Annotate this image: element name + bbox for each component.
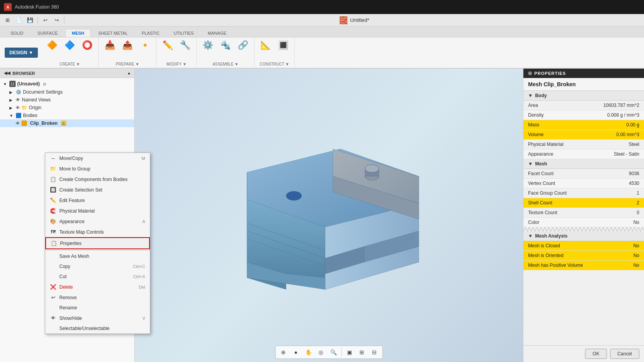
mesh-oriented-label: Mesh is Oriented [528, 253, 633, 258]
undo-btn[interactable]: ↩ [40, 16, 50, 25]
mesh-oriented-value: No [633, 253, 639, 258]
ctx-copy[interactable]: Copy Ctrl+C [45, 261, 150, 272]
mass-value: 0.00 g [626, 122, 639, 128]
redo-btn[interactable]: ↪ [52, 16, 62, 25]
volume-value: 0.00 mm^3 [616, 132, 639, 137]
ctx-rename[interactable]: Rename [45, 303, 150, 313]
ctx-sep-1 [45, 250, 150, 250]
facet-count-label: Facet Count [528, 171, 629, 176]
tab-solid[interactable]: SOLID [4, 29, 30, 37]
browser-header: ◀◀ BROWSER ● [0, 69, 134, 78]
ribbon-btn-prepare-2[interactable]: 📤 [119, 39, 135, 51]
ctx-move-copy[interactable]: ↔ Move/Copy M [45, 153, 150, 163]
tree-item-clipbroken[interactable]: 👁 Clip_Broken ⚠ [0, 119, 134, 127]
ctx-label-physical-material: Physical Material [59, 208, 95, 214]
ribbon-btn-assemble-2[interactable]: 🔩 [217, 39, 233, 51]
ctx-label-texture-map: Texture Map Controls [59, 229, 104, 235]
ok-button[interactable]: OK [585, 349, 607, 359]
canvas-pan-btn[interactable]: ✋ [303, 347, 314, 357]
physical-material-icon: 🧲 [50, 208, 56, 214]
unsaved-icon: U [9, 81, 16, 87]
tab-manage[interactable]: MANAGE [201, 29, 233, 37]
prepare-label: PREPARE ▼ [116, 62, 139, 66]
ctx-label-copy: Copy [59, 264, 70, 269]
ribbon-btn-prepare-3[interactable]: 🔸 [137, 39, 153, 51]
ribbon-btn-modify-1[interactable]: ✏️ [160, 39, 176, 51]
grid-btn[interactable]: ⊞ [2, 16, 12, 25]
properties-panel: PROPERTIES Mesh Clip_Broken ▼ Body Area … [523, 69, 644, 362]
title-bar: A Autodesk Fusion 360 [0, 0, 644, 14]
tree-label-origin: Origin [29, 105, 41, 110]
create-icon-2: 🔷 [64, 41, 75, 50]
design-button[interactable]: DESIGN ▼ [5, 48, 38, 58]
new-file-btn[interactable]: 📄 [14, 16, 24, 25]
props-section-header-body[interactable]: ▼ Body [523, 91, 644, 101]
props-section-header-mesh-analysis[interactable]: ▼ Mesh Analysis [523, 231, 644, 241]
appearance-icon: 🎨 [50, 218, 56, 224]
show-hide-icon: 👁 [50, 315, 56, 321]
ctx-move-group[interactable]: 📁 Move to Group [45, 163, 150, 174]
ribbon-btn-assemble-1[interactable]: ⚙️ [200, 39, 216, 51]
tab-mesh[interactable]: MESH [65, 29, 91, 37]
ctx-texture-map[interactable]: 🗺 Texture Map Controls [45, 227, 150, 237]
canvas-grid-btn[interactable]: ⊞ [356, 347, 367, 357]
texture-count-value: 0 [637, 210, 639, 215]
tree-item-docsettings[interactable]: ▶ ⚙️ Document Settings [0, 88, 134, 96]
ctx-cut[interactable]: Cut Ctrl+X [45, 272, 150, 282]
ctx-physical-material[interactable]: 🧲 Physical Material [45, 206, 150, 216]
canvas-target-btn[interactable]: ◎ [315, 347, 326, 357]
props-section-header-mesh[interactable]: ▼ Mesh [523, 159, 644, 169]
tab-surface[interactable]: SURFACE [31, 29, 64, 37]
tab-plastic[interactable]: PLASTIC [135, 29, 166, 37]
ctx-create-components[interactable]: 📋 Create Components from Bodies [45, 174, 150, 185]
modify-label: MODIFY ▼ [167, 62, 187, 66]
browser-collapse-icon[interactable]: ● [128, 71, 130, 76]
mesh-positive-volume-label: Mesh has Positive Volume [528, 263, 633, 268]
cancel-button[interactable]: Cancel [610, 349, 639, 359]
canvas-orbit-btn[interactable]: ⊕ [278, 347, 289, 357]
tree-toggle-origin: ▶ [9, 106, 14, 110]
ctx-save-as-mesh[interactable]: Save As Mesh [45, 251, 150, 261]
shell-count-value: 2 [637, 200, 639, 206]
tree-item-bodies[interactable]: ▼ 🟦 Bodies [0, 112, 134, 119]
ribbon-btn-construct-1[interactable]: 📐 [258, 39, 274, 51]
ctx-remove[interactable]: ↩ Remove [45, 292, 150, 303]
prepare-icon-3: 🔸 [140, 41, 150, 50]
canvas-area[interactable]: ⊕ ● ✋ ◎ 🔍 ▣ ⊞ ⊟ [135, 69, 523, 362]
tree-item-namedviews[interactable]: ▶ 👁 Named Views [0, 96, 134, 104]
ribbon-btn-modify-2[interactable]: 🔧 [177, 39, 193, 51]
ribbon-btn-assemble-3[interactable]: 🔗 [235, 39, 251, 51]
ctx-selectable[interactable]: Selectable/Unselectable [45, 323, 150, 334]
ctx-label-move-copy: Move/Copy [59, 156, 83, 161]
vertex-count-label: Vertex Count [528, 181, 629, 186]
props-row-volume: Volume 0.00 mm^3 [523, 130, 644, 140]
canvas-point-btn[interactable]: ● [290, 347, 301, 357]
ribbon-btn-create-3[interactable]: ⭕ [79, 39, 95, 51]
ribbon-btn-create-2[interactable]: 🔷 [62, 39, 78, 51]
ctx-edit-feature[interactable]: ✏️ Edit Feature [45, 195, 150, 206]
assemble-label: ASSEMBLE ▼ [212, 62, 238, 66]
app-title-center: 🧱 Untitled* [67, 16, 642, 25]
ctx-show-hide[interactable]: 👁 Show/Hide V [45, 313, 150, 323]
create-label: CREATE ▼ [59, 62, 80, 66]
tree-item-unsaved[interactable]: ▼ U (Unsaved) ⊙ [0, 80, 134, 88]
ctx-label-move-group: Move to Group [59, 166, 90, 172]
props-scroll[interactable]: ▼ Body Area 10603.787 mm^2 Density 0.008… [523, 91, 644, 345]
ribbon-btn-construct-2[interactable]: 🔳 [275, 39, 291, 51]
canvas-display-btn[interactable]: ▣ [344, 347, 355, 357]
assemble-icon-3: 🔗 [238, 41, 248, 50]
save-btn[interactable]: 💾 [25, 16, 35, 25]
canvas-view-btn[interactable]: ⊟ [369, 347, 380, 357]
ribbon-btn-prepare-1[interactable]: 📥 [102, 39, 118, 51]
canvas-zoom-btn[interactable]: 🔍 [328, 347, 339, 357]
tree-item-origin[interactable]: ▶ 👁 📁 Origin [0, 104, 134, 112]
tab-bar: SOLID SURFACE MESH SHEET METAL PLASTIC U… [0, 27, 644, 37]
ctx-create-selection[interactable]: 🔲 Create Selection Set [45, 185, 150, 195]
ribbon-btn-create-1[interactable]: 🔶 [44, 39, 60, 51]
vertex-count-value: 4530 [629, 181, 639, 186]
ctx-appearance[interactable]: 🎨 Appearance A [45, 216, 150, 227]
tab-sheetmetal[interactable]: SHEET METAL [92, 29, 134, 37]
tab-utilities[interactable]: UTILITIES [167, 29, 200, 37]
ctx-delete[interactable]: ❌ Delete Del [45, 282, 150, 292]
ctx-properties[interactable]: 📋 Properties [45, 237, 150, 249]
